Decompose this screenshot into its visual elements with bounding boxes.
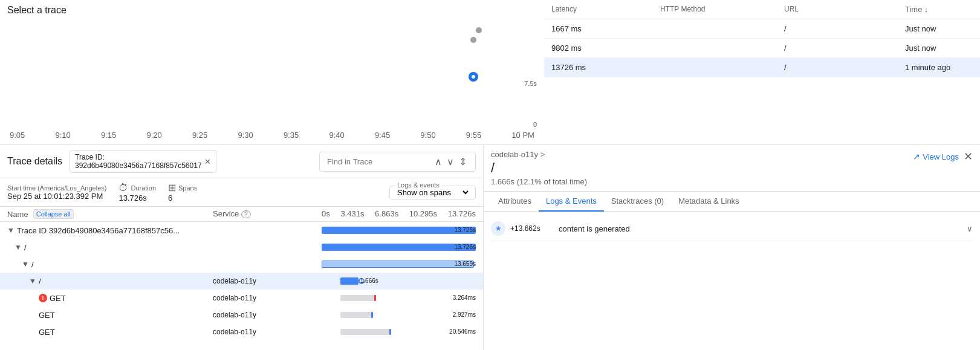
collapse-all-button[interactable]: Collapse all	[33, 209, 74, 219]
bar-gray-6	[340, 329, 390, 335]
cell-time-2: 1 minute ago	[903, 60, 975, 74]
trace-row-6[interactable]: GET codelab-o11y 20.546ms	[0, 323, 483, 340]
view-logs-button[interactable]: ↗ View Logs	[913, 152, 959, 161]
time-markers: 0s 3.431s 6.863s 10.295s 13.726s	[322, 209, 476, 219]
row-service-3: codelab-o11y	[213, 277, 322, 285]
bar-outline-2	[322, 261, 474, 268]
bar-label-4: 3.264ms	[453, 294, 476, 301]
expand-icon-2[interactable]: ▼	[22, 260, 29, 268]
trace-row-1[interactable]: ▼ / 13.726s	[0, 239, 483, 256]
start-time-label: Start time (America/Los_Angeles)	[7, 184, 106, 192]
trace-header: Trace details Trace ID: 392d6b49080e3456…	[0, 145, 483, 178]
expand-icon-3[interactable]: ▼	[29, 277, 36, 285]
tab-attributes[interactable]: Attributes	[491, 192, 539, 212]
meta-duration: ⏱ Duration 13.726s	[118, 183, 156, 203]
start-time-value: Sep 25 at 10:01:23.392 PM	[7, 192, 106, 201]
col-time[interactable]: Time ↓	[903, 2, 975, 16]
row-bar-5: 2.927ms	[322, 309, 476, 321]
bar-selected-3	[340, 277, 359, 285]
row-service-6: codelab-o11y	[213, 328, 322, 336]
tab-stacktraces[interactable]: Stacktraces (0)	[604, 192, 671, 212]
event-time-0: +13.662s	[510, 224, 559, 233]
duration-value: 13.726s	[118, 193, 156, 203]
y-axis-min: 0	[533, 121, 537, 128]
event-expand-icon-0[interactable]: ∨	[967, 224, 973, 233]
trace-columns: Name Collapse all Service ? 0s 3.431s 6.…	[0, 207, 483, 222]
spans-value: 6	[168, 193, 197, 203]
trace-meta: Start time (America/Los_Angeles) Sep 25 …	[0, 178, 483, 207]
span-time: 1.666s (12.1% of total time)	[491, 177, 587, 186]
row-bar-2: 13.659s	[322, 258, 476, 270]
table-row[interactable]: 1667 ms / Just now	[544, 19, 980, 39]
trace-row-2[interactable]: ▼ / 13.659s	[0, 256, 483, 273]
nav-up-button[interactable]: ∧	[433, 155, 443, 169]
row-name-1: /	[24, 243, 27, 252]
trace-row-5[interactable]: GET codelab-o11y 2.927ms	[0, 306, 483, 323]
service-info-icon[interactable]: ?	[241, 210, 251, 218]
row-name-0: Trace ID 392d6b49080e3456a77168f857c56..…	[17, 226, 180, 235]
bar-label-2: 13.659s	[454, 261, 476, 267]
col-latency[interactable]: Latency	[549, 2, 658, 16]
star-icon: ★	[495, 224, 502, 233]
scatter-dot-2[interactable]	[476, 27, 482, 33]
row-service-5: codelab-o11y	[213, 311, 322, 319]
row-name-5: GET	[39, 311, 55, 320]
page-title: Select a trace	[7, 5, 537, 16]
trace-row-0[interactable]: ▼ Trace ID 392d6b49080e3456a77168f857c56…	[0, 222, 483, 239]
tabs: Attributes Logs & Events Stacktraces (0)…	[484, 192, 980, 212]
expand-icon-1[interactable]: ▼	[15, 243, 22, 251]
clock-icon: ⏱	[118, 183, 128, 193]
table-row-selected[interactable]: 13726 ms / 1 minute ago	[544, 58, 980, 77]
sort-icon: ↓	[924, 5, 929, 14]
row-name-2: /	[31, 260, 34, 269]
row-bar-6: 20.546ms	[322, 326, 476, 338]
external-link-icon: ↗	[913, 152, 920, 161]
spans-icon: ⊞	[168, 182, 176, 193]
bar-gray-5	[340, 312, 371, 318]
bar-label-0: 13.726s	[454, 227, 476, 233]
events-list: ★ +13.662s content is generated ∨	[484, 212, 980, 246]
trace-id-box: Trace ID: 392d6b49080e3456a77168f857c560…	[70, 150, 216, 173]
duration-label: Duration	[131, 184, 156, 192]
tab-metadata[interactable]: Metadata & Links	[671, 192, 746, 212]
cell-url-2: /	[782, 60, 903, 74]
spans-label: Spans	[178, 184, 197, 192]
close-panel-button[interactable]: ✕	[964, 150, 973, 163]
bar-blue-1	[322, 244, 476, 251]
trace-row-4[interactable]: ! GET codelab-o11y 3.264ms	[0, 290, 483, 306]
cell-time-0: Just now	[903, 22, 975, 36]
logs-events-select[interactable]: Show on spans	[395, 187, 470, 198]
panel-actions: ↗ View Logs ✕	[913, 150, 973, 163]
trace-details-title: Trace details	[7, 156, 62, 167]
expand-icon-0[interactable]: ▼	[7, 226, 15, 235]
logs-events-label: Logs & events	[395, 181, 442, 189]
span-title: /	[491, 160, 587, 176]
trace-id-text: Trace ID: 392d6b49080e3456a77168f857c560…	[75, 153, 202, 170]
table-row[interactable]: 9802 ms / Just now	[544, 39, 980, 58]
cell-latency-1: 9802 ms	[549, 41, 658, 55]
marker-line-5	[371, 312, 373, 318]
trace-rows: ▼ Trace ID 392d6b49080e3456a77168f857c56…	[0, 222, 483, 350]
logs-events-box: Logs & events Show on spans	[389, 186, 476, 199]
col-url[interactable]: URL	[782, 2, 903, 16]
cell-latency-2: 13726 ms	[549, 60, 658, 74]
event-row-0[interactable]: ★ +13.662s content is generated ∨	[491, 216, 973, 241]
col-name-label: Name	[7, 210, 28, 219]
find-in-trace-input[interactable]	[327, 157, 429, 166]
scatter-dot[interactable]	[470, 37, 476, 43]
row-name-3: /	[39, 277, 41, 286]
nav-down-button[interactable]: ∨	[446, 155, 455, 169]
tab-logs-events[interactable]: Logs & Events	[539, 192, 604, 212]
bar-label-6: 20.546ms	[449, 328, 476, 335]
nav-expand-button[interactable]: ⇕	[458, 155, 468, 169]
close-trace-id-icon[interactable]: ✕	[204, 157, 211, 166]
cell-url-0: /	[782, 22, 903, 36]
find-in-trace-container: ∧ ∨ ⇕	[319, 152, 476, 172]
trace-row-3[interactable]: ▼ / codelab-o11y 1.666s	[0, 273, 483, 290]
cell-url-1: /	[782, 41, 903, 55]
cell-method-0	[658, 27, 782, 31]
col-method[interactable]: HTTP Method	[658, 2, 782, 16]
scatter-dot-selected[interactable]	[470, 74, 476, 80]
right-panel: codelab-o11y > / 1.666s (12.1% of total …	[484, 145, 980, 350]
span-breadcrumb: codelab-o11y >	[491, 150, 587, 159]
